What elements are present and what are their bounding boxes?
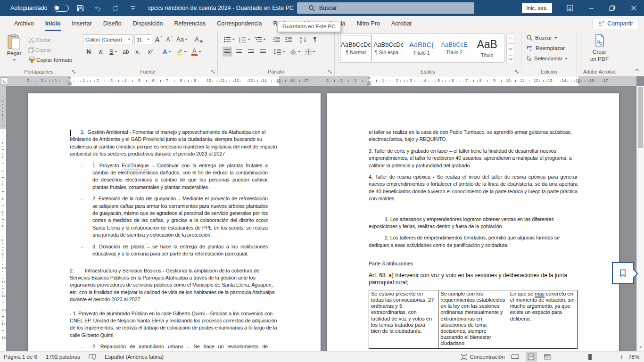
font-color-button[interactable]: A (190, 47, 202, 57)
signin-button[interactable]: Inic. ses. (522, 3, 552, 13)
close-button[interactable] (623, 0, 644, 16)
paragraph[interactable]: 1. Los artesanos y emprendedores lograro… (369, 216, 578, 230)
increase-indent-button[interactable] (284, 34, 293, 44)
copy-button[interactable]: Copiar (27, 45, 73, 55)
tab-acrobat[interactable]: Acrobat (386, 16, 417, 31)
collapse-ribbon-button[interactable] (636, 67, 638, 73)
shrink-font-button[interactable]: Aˇ (165, 34, 174, 44)
paste-button[interactable]: Pegar (3, 33, 25, 62)
text-effects-button[interactable]: A (162, 47, 172, 57)
paragraph[interactable]: 4. Taller de resina epóxica - Se realiza… (369, 173, 578, 203)
dialog-launcher-icon[interactable] (514, 69, 519, 74)
minimize-button[interactable] (580, 0, 602, 16)
italic-button[interactable]: K (96, 47, 106, 57)
vertical-scrollbar[interactable]: ▲ ▼ (636, 86, 644, 351)
dialog-launcher-icon[interactable] (211, 69, 215, 74)
show-paragraph-marks-button[interactable]: ¶ (310, 34, 320, 44)
search-input[interactable]: Buscar (297, 2, 474, 14)
ribbon-display-options-button[interactable] (559, 0, 580, 16)
clear-formatting-button[interactable]: A◆ (194, 34, 204, 44)
list-item[interactable]: - 2. Reparación de inmobiliario urbano –… (81, 343, 268, 351)
document-title[interactable]: cpccs rendicion de cuenta 2024 - Guardad… (146, 0, 302, 16)
document-page-2[interactable]: el taller se realiza en la casa de don P… (327, 93, 619, 351)
multilevel-list-button[interactable] (254, 34, 267, 44)
scrollbar-thumb[interactable] (638, 87, 643, 148)
list-item[interactable]: - 3. Donación de planta – se hace la ent… (81, 243, 268, 258)
list-item[interactable]: - 2. Extensión de la ruta del guayacán –… (81, 195, 268, 239)
web-layout-button[interactable] (542, 352, 553, 362)
tab-insertar[interactable]: Insertar (66, 16, 97, 31)
tab-nitro-pro[interactable]: Nitro Pro (351, 16, 386, 31)
zoom-in-button[interactable]: + (620, 353, 624, 361)
tab-referencias[interactable]: Referencias (169, 16, 212, 31)
font-size-select[interactable]: 11 (134, 34, 152, 44)
format-painter-button[interactable]: Copiar formato (27, 55, 73, 65)
horizontal-ruler[interactable]: 3211234567891011121314151617321123456789… (0, 76, 636, 86)
replace-button[interactable]: bc Reemplazar (526, 45, 565, 51)
superscript-button[interactable]: x² (146, 47, 155, 57)
proofing-errors-button[interactable] (89, 354, 96, 360)
read-mode-button[interactable] (510, 352, 521, 362)
list-item[interactable]: - 1. Proyecto EcoTrueque – Continuar con… (81, 162, 268, 191)
select-button[interactable]: Seleccionar (526, 55, 568, 62)
paragraph[interactable]: 2. Infraestructura y Servicios Básicos -… (70, 267, 279, 304)
quick-access-toolbar-chevron[interactable] (127, 2, 139, 14)
zoom-slider[interactable] (566, 354, 615, 360)
paragraph[interactable]: - 1. Proyecto de alumbrado Público en la… (70, 310, 279, 339)
bullets-button[interactable] (223, 34, 236, 44)
align-center-button[interactable] (234, 47, 244, 57)
bold-button[interactable]: N (84, 47, 93, 57)
decrease-indent-button[interactable] (272, 34, 281, 44)
sort-button[interactable]: AZ (298, 34, 308, 44)
share-button[interactable]: Compartir (593, 18, 638, 29)
find-button[interactable]: Buscar (526, 34, 557, 41)
style-card-sin-espaciado[interactable]: AaBbCcDc ¶ Sin espa... (373, 35, 405, 61)
cut-button[interactable]: Cortar (27, 35, 73, 45)
paragraph[interactable]: el taller se realiza en la casa de don P… (369, 129, 578, 143)
zoom-level-indicator[interactable]: 78% (628, 354, 639, 360)
paragraph[interactable]: 2. Los talleres de emprendimientos brind… (369, 234, 578, 249)
highlight-color-button[interactable] (175, 47, 188, 57)
line-spacing-button[interactable] (272, 47, 286, 57)
restore-button[interactable] (602, 0, 623, 16)
undo-button[interactable] (92, 2, 104, 14)
zoom-slider-thumb[interactable] (588, 354, 592, 360)
tab-inicio[interactable]: Inicio (40, 16, 66, 31)
dialog-launcher-icon[interactable] (71, 69, 76, 74)
word-count-indicator[interactable]: 1792 palabras (46, 354, 80, 360)
tab-diseno[interactable]: Diseño (98, 16, 127, 31)
paragraph[interactable]: 1. Gestión Ambiental - Fomentar el manej… (70, 129, 279, 158)
print-layout-button[interactable] (526, 352, 537, 362)
paragraph[interactable]: Art. 68. a) Intervenir con voz y voto en… (369, 272, 578, 286)
tab-correspondencia[interactable]: Correspondencia (211, 16, 267, 31)
tab-archivo[interactable]: Archivo (8, 16, 40, 31)
align-left-button[interactable] (223, 47, 232, 57)
subscript-button[interactable]: x₂ (133, 47, 143, 57)
document-page-1[interactable]: 1. Gestión Ambiental - Fomentar el manej… (28, 93, 321, 351)
redo-button[interactable] (110, 2, 121, 14)
style-card-titulo-1[interactable]: AaBbC( Título 1 (405, 35, 438, 61)
font-family-select[interactable]: Calibri (Cuerpo) (83, 34, 133, 44)
paragraph[interactable]: Parte 3 atribuciones (369, 260, 578, 267)
style-card-titulo[interactable]: AaB Título (471, 35, 503, 61)
borders-button[interactable] (304, 47, 316, 57)
tab-disposicion[interactable]: Disposición (127, 16, 169, 31)
styles-scroll-up-button[interactable] (506, 33, 514, 44)
paragraph[interactable]: 3. Taller de corte y grabado en laser – … (369, 148, 578, 169)
style-card-titulo-2[interactable]: AaBbCcE Título 2 (438, 35, 471, 61)
styles-more-button[interactable] (506, 53, 514, 63)
create-pdf-button[interactable]: Crear un PDF (577, 34, 622, 63)
style-card-normal[interactable]: AaBbCcDc ¶ Normal (340, 35, 372, 61)
document-table[interactable]: Se estuvo presente en todas las convocat… (369, 290, 578, 349)
shading-button[interactable] (289, 47, 302, 57)
focus-mode-button[interactable]: Concentración (461, 354, 504, 360)
language-indicator[interactable]: Español (América latina) (105, 354, 164, 360)
vertical-ruler[interactable]: 21123456789101112131415 (0, 86, 6, 351)
autosave-toggle[interactable] (54, 5, 69, 12)
grow-font-button[interactable]: Aˆ (154, 34, 163, 44)
numbering-button[interactable]: 123 (238, 34, 251, 44)
styles-scroll-down-button[interactable] (506, 43, 514, 54)
tab-stop-selector[interactable]: L (1, 77, 8, 85)
change-case-button[interactable]: Aa (175, 34, 189, 44)
align-right-button[interactable] (246, 47, 256, 57)
